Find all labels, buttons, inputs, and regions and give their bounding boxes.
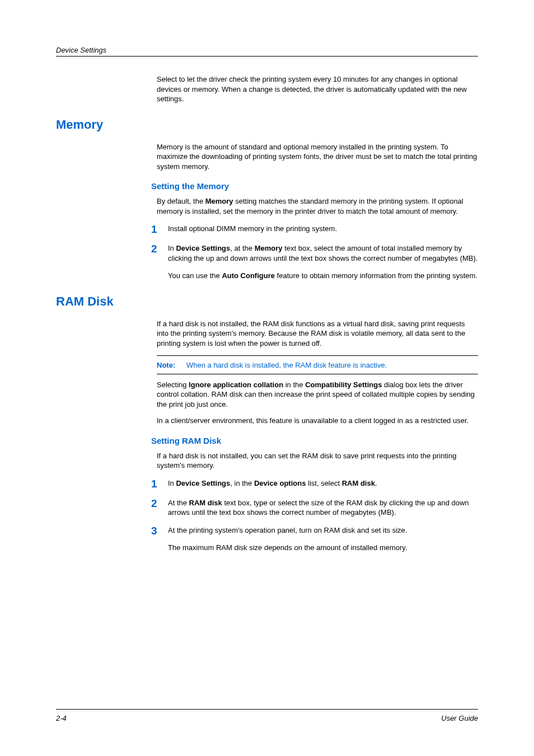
step-text-line: In Device Settings, at the Memory text b… bbox=[168, 243, 478, 263]
step-number: 2 bbox=[151, 243, 168, 281]
step-number: 1 bbox=[151, 478, 168, 490]
text: At the bbox=[168, 499, 189, 507]
note-spacer bbox=[178, 361, 184, 369]
note-text: When a hard disk is installed, the RAM d… bbox=[186, 361, 387, 369]
text: Selecting bbox=[157, 381, 189, 389]
step-text: Install optional DIMM memory in the prin… bbox=[168, 224, 478, 236]
note-label: Note: bbox=[157, 361, 175, 369]
step-number: 1 bbox=[151, 224, 168, 236]
step-text: In Device Settings, at the Memory text b… bbox=[168, 243, 478, 281]
memory-intro: Memory is the amount of standard and opt… bbox=[157, 142, 478, 172]
memory-step-2: 2 In Device Settings, at the Memory text… bbox=[151, 243, 478, 281]
ram-step-2: 2 At the RAM disk text box, type or sele… bbox=[151, 498, 478, 518]
text-bold: Device options bbox=[254, 479, 306, 487]
text-bold: Device Settings bbox=[176, 479, 230, 487]
footer-spacer bbox=[56, 561, 478, 605]
ram-step-1: 1 In Device Settings, in the Device opti… bbox=[151, 478, 478, 490]
header-divider bbox=[56, 56, 478, 57]
ram-para-2: Selecting Ignore application collation i… bbox=[157, 380, 478, 410]
step-text: In Device Settings, in the Device option… bbox=[168, 478, 478, 490]
text: in the bbox=[283, 381, 305, 389]
heading-setting-memory: Setting the Memory bbox=[151, 181, 478, 191]
text-bold: Compatibility Settings bbox=[305, 381, 382, 389]
ram-step-3: 3 At the printing system's operation pan… bbox=[151, 525, 478, 553]
footer-page-number: 2-4 bbox=[56, 714, 67, 722]
heading-memory: Memory bbox=[56, 118, 478, 132]
text-bold: Auto Configure bbox=[222, 271, 275, 280]
ram-para-3: In a client/server environment, this fea… bbox=[157, 416, 478, 426]
note-box: Note: When a hard disk is installed, the… bbox=[157, 355, 478, 374]
text-bold: Ignore application collation bbox=[189, 381, 283, 389]
step-text: At the RAM disk text box, type or select… bbox=[168, 498, 478, 518]
text: , at the bbox=[230, 244, 254, 252]
ram-intro: If a hard disk is not installed, the RAM… bbox=[157, 319, 478, 349]
text-bold: RAM disk bbox=[189, 499, 222, 507]
step-text-line: At the printing system's operation panel… bbox=[168, 525, 478, 536]
memory-step-1: 1 Install optional DIMM memory in the pr… bbox=[151, 224, 478, 236]
ram-setting-intro: If a hard disk is not installed, you can… bbox=[157, 451, 478, 471]
step-text-extra: The maximum RAM disk size depends on the… bbox=[168, 543, 478, 553]
text: In bbox=[168, 244, 176, 252]
text-bold: Memory bbox=[205, 197, 233, 205]
memory-setting-intro: By default, the Memory setting matches t… bbox=[157, 196, 478, 216]
text: In bbox=[168, 479, 176, 487]
page-header: Device Settings bbox=[56, 46, 478, 57]
text: feature to obtain memory information fro… bbox=[275, 271, 477, 280]
text: By default, the bbox=[157, 197, 205, 205]
text-bold: Memory bbox=[255, 244, 283, 252]
heading-setting-ram-disk: Setting RAM Disk bbox=[151, 436, 478, 445]
text: . bbox=[375, 479, 377, 487]
page-footer: 2-4 User Guide bbox=[56, 709, 478, 722]
text: , in the bbox=[230, 479, 254, 487]
step-text: At the printing system's operation panel… bbox=[168, 525, 478, 553]
header-section-label: Device Settings bbox=[56, 46, 478, 54]
step-number: 3 bbox=[151, 525, 168, 553]
heading-ram-disk: RAM Disk bbox=[56, 294, 478, 309]
text: list, select bbox=[306, 479, 341, 487]
footer-label: User Guide bbox=[441, 714, 478, 722]
step-text-extra: You can use the Auto Configure feature t… bbox=[168, 271, 478, 281]
step-number: 2 bbox=[151, 498, 168, 518]
text: You can use the bbox=[168, 271, 222, 280]
text-bold: Device Settings bbox=[176, 244, 230, 252]
text-bold: RAM disk bbox=[342, 479, 375, 487]
intro-paragraph: Select to let the driver check the print… bbox=[157, 74, 478, 104]
